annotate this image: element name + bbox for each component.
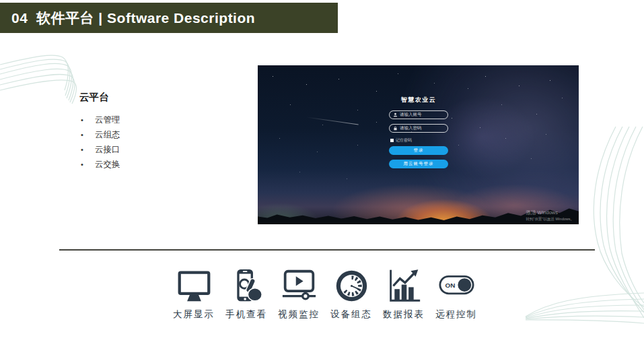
remember-label: 记住密码: [396, 137, 412, 143]
feature-label: 设备组态: [330, 308, 372, 321]
cloud-list-item-label: 云管理: [95, 112, 120, 127]
shooting-star-decor: [306, 117, 358, 125]
toggle-on-icon: ON: [439, 268, 474, 304]
bar-chart-icon: [386, 268, 422, 304]
bullet-marker: •: [81, 142, 95, 157]
starfield-decor: [258, 65, 258, 66]
watermark-line2: 转到“设置”以激活 Windows。: [526, 217, 574, 222]
feature-icons-row: 大屏显示 手机查看 视频监控: [170, 268, 480, 321]
lock-icon: [393, 126, 398, 131]
slide-canvas: 04 软件平台 | Software Description 云平台 • 云管理…: [0, 0, 644, 361]
decorative-waves-bottom-right: [520, 287, 644, 330]
password-input[interactable]: 请输入密码: [389, 124, 448, 133]
bullet-marker: •: [81, 127, 95, 142]
feature-data-report: 数据报表: [380, 268, 428, 321]
cloud-list-item-label: 云交换: [95, 157, 120, 172]
password-placeholder: 请输入密码: [400, 125, 422, 131]
feature-video-monitor: 视频监控: [275, 268, 323, 321]
cloud-list-item-label: 云接口: [95, 142, 120, 157]
decorative-swirl-top-left: [0, 39, 84, 106]
toggle-on-text: ON: [445, 282, 455, 289]
cloud-list-item: • 云组态: [81, 127, 120, 142]
slide-header-bar: 04 软件平台 | Software Description: [0, 3, 338, 33]
feature-big-screen: 大屏显示: [170, 268, 218, 321]
username-input[interactable]: 请输入账号: [389, 110, 448, 119]
username-placeholder: 请输入账号: [400, 112, 422, 118]
login-page-screenshot: 智慧农业云 请输入账号 请输入密码 记住密码 登录 用云账: [258, 65, 579, 224]
remember-checkbox[interactable]: [390, 139, 394, 142]
feature-label: 手机查看: [225, 308, 267, 321]
cloud-list-item: • 云接口: [81, 142, 120, 157]
feature-mobile-view: 手机查看: [222, 268, 271, 321]
bullet-marker: •: [81, 157, 95, 172]
slide-title: 04 软件平台 | Software Description: [11, 9, 255, 28]
decorative-swirl-right: [584, 127, 644, 319]
video-monitor-icon: [281, 268, 317, 304]
feature-label: 大屏显示: [173, 308, 215, 321]
cloud-list-item: • 云管理: [81, 112, 120, 127]
bullet-marker: •: [81, 112, 95, 127]
phone-tap-icon: [229, 268, 264, 304]
divider-line: [59, 249, 595, 251]
cloud-list-item: • 云交换: [81, 157, 120, 172]
monitor-icon: [176, 268, 212, 304]
cloud-section-heading: 云平台: [79, 91, 109, 104]
watermark-line1: 激活 Windows: [526, 209, 574, 216]
feature-device-config: 设备组态: [327, 268, 375, 321]
windows-activation-watermark: 激活 Windows 转到“设置”以激活 Windows。: [526, 209, 574, 222]
cloud-list-item-label: 云组态: [95, 127, 120, 142]
login-title: 智慧农业云: [389, 96, 448, 104]
feature-remote-control: ON 远程控制: [432, 268, 480, 321]
feature-label: 数据报表: [383, 308, 425, 321]
feature-label: 远程控制: [435, 308, 477, 321]
feature-label: 视频监控: [278, 308, 320, 321]
gauge-icon: [334, 268, 369, 304]
cloud-feature-list: • 云管理 • 云组态 • 云接口 • 云交换: [81, 112, 120, 172]
cloud-account-login-button[interactable]: 用云账号登录: [389, 160, 448, 168]
login-form: 智慧农业云 请输入账号 请输入密码 记住密码 登录 用云账: [389, 96, 448, 173]
login-button[interactable]: 登录: [389, 146, 448, 155]
remember-password-row: 记住密码: [390, 137, 448, 143]
user-icon: [393, 112, 398, 117]
